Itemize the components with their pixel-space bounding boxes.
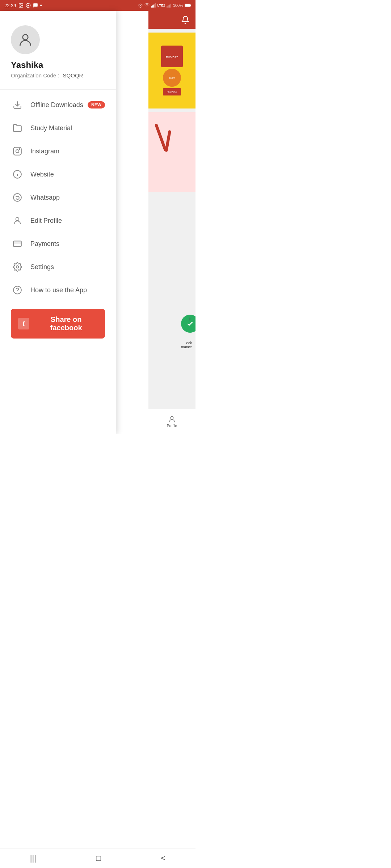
user-name: Yashika (11, 60, 105, 70)
main-wrapper: BOOKS+ zoom REDPOLE e (0, 11, 196, 434)
menu-label-whatsapp: Whatsapp (30, 194, 105, 201)
svg-rect-15 (185, 4, 190, 7)
svg-rect-6 (152, 5, 153, 8)
info-icon (11, 168, 24, 181)
bg-content: BOOKS+ zoom REDPOLE e (148, 11, 196, 434)
svg-rect-7 (153, 5, 154, 8)
svg-point-16 (171, 417, 173, 419)
whatsapp-status-icon (26, 3, 31, 8)
svg-rect-5 (151, 6, 152, 8)
menu-item-settings[interactable]: Settings (0, 255, 116, 278)
signal2-icon (167, 3, 172, 8)
settings-icon (11, 260, 24, 273)
org-label: Organization Code : (11, 72, 59, 78)
menu-label-how-to-use: How to use the App (30, 286, 105, 294)
menu-item-offline-downloads[interactable]: Offline Downloads NEW (0, 93, 116, 116)
download-icon (11, 98, 24, 111)
svg-point-29 (16, 266, 19, 268)
image-icon (18, 3, 24, 8)
menu-label-edit-profile: Edit Profile (30, 217, 105, 225)
svg-point-26 (16, 217, 19, 221)
menu-label-website: Website (30, 171, 105, 178)
folder-icon (11, 122, 24, 135)
share-facebook-button[interactable]: f Share on facebook (11, 309, 105, 339)
profile-tab-label: Profile (167, 424, 177, 428)
menu-label-instagram: Instagram (30, 148, 105, 155)
card-icon (11, 237, 24, 250)
status-right: LTE2 100% (138, 3, 191, 8)
help-icon (11, 284, 24, 297)
status-left: 22:39 • (4, 2, 42, 9)
bg-card2 (148, 112, 196, 192)
check-performance-text: eckmance (181, 341, 194, 349)
svg-rect-19 (13, 147, 21, 155)
wifi-icon (144, 3, 150, 8)
org-code-value: SQOQR (63, 72, 83, 78)
menu-item-how-to-use[interactable]: How to use the App (0, 278, 116, 302)
org-code-row: Organization Code : SQOQR (11, 72, 105, 78)
status-bar: 22:39 • LTE2 100% (0, 0, 196, 11)
svg-rect-27 (13, 241, 21, 246)
menu-label-payments: Payments (30, 240, 105, 248)
menu-label-study-material: Study Material (30, 124, 105, 132)
person-icon (11, 214, 24, 227)
dot-indicator: • (40, 2, 42, 9)
facebook-icon: f (18, 318, 29, 329)
svg-rect-8 (154, 4, 155, 7)
battery-text: 100% (173, 3, 183, 8)
time: 22:39 (4, 3, 16, 8)
share-facebook-label: Share on facebook (34, 315, 98, 332)
svg-rect-9 (155, 3, 156, 8)
notification-icon[interactable] (181, 16, 190, 24)
avatar (11, 25, 40, 54)
new-badge: NEW (88, 101, 105, 109)
svg-rect-13 (170, 4, 171, 7)
lte-indicator: LTE2 (157, 4, 165, 7)
svg-rect-11 (168, 5, 168, 8)
menu-item-whatsapp[interactable]: Whatsapp (0, 186, 116, 209)
message-icon (33, 3, 38, 8)
profile-tab[interactable]: Profile (167, 415, 177, 428)
right-arrow[interactable] (187, 316, 193, 322)
menu-label-offline-downloads: Offline Downloads (30, 101, 88, 109)
bg-header (148, 11, 196, 29)
drawer: Yashika Organization Code : SQOQR Offlin… (0, 11, 116, 434)
whatsapp-icon (11, 191, 24, 204)
svg-point-25 (13, 193, 21, 201)
battery-icon (185, 3, 191, 8)
menu-item-payments[interactable]: Payments (0, 232, 116, 255)
avatar-icon (17, 32, 33, 48)
svg-point-30 (13, 286, 21, 294)
menu-item-instagram[interactable]: Instagram (0, 140, 116, 163)
svg-point-20 (16, 150, 19, 153)
signal-icon (151, 3, 156, 8)
svg-point-1 (20, 4, 21, 5)
divider (0, 89, 116, 90)
svg-point-17 (23, 34, 28, 40)
menu-item-website[interactable]: Website (0, 163, 116, 186)
menu-item-study-material[interactable]: Study Material (0, 116, 116, 140)
alarm-icon (138, 3, 143, 8)
bg-card1: BOOKS+ zoom REDPOLE (148, 33, 196, 109)
svg-rect-12 (169, 5, 169, 8)
bg-bottom-bar: Profile (148, 409, 196, 434)
instagram-icon (11, 145, 24, 158)
menu-label-settings: Settings (30, 263, 105, 271)
svg-point-4 (147, 7, 147, 7)
drawer-profile: Yashika Organization Code : SQOQR (0, 18, 116, 86)
menu-item-edit-profile[interactable]: Edit Profile (0, 209, 116, 232)
svg-point-21 (19, 149, 20, 149)
menu-list: Offline Downloads NEW Study Material (0, 93, 116, 302)
svg-rect-10 (167, 6, 167, 8)
